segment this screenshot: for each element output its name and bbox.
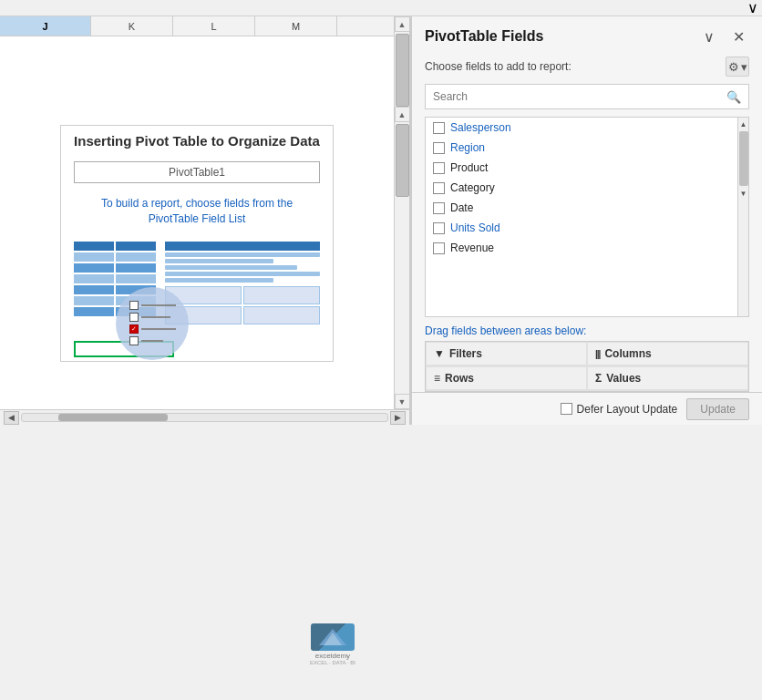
doc-line-2 xyxy=(165,259,273,263)
field-label-revenue: Revenue xyxy=(450,242,494,254)
choose-fields-row: Choose fields to add to report: ⚙ ▾ xyxy=(412,55,762,84)
fields-scroll-up[interactable]: ▲ xyxy=(738,118,749,129)
panel-collapse-button[interactable]: ∨ xyxy=(698,26,720,47)
defer-checkbox[interactable] xyxy=(561,403,572,415)
field-item-salesperson[interactable]: Salesperson xyxy=(426,118,737,138)
field-label-date: Date xyxy=(450,201,473,214)
fields-list-container: Salesperson Region Product Category xyxy=(425,117,749,317)
doc-line-4 xyxy=(165,272,320,276)
h-scroll-left[interactable]: ◀ xyxy=(4,411,19,425)
gear-settings-button[interactable]: ⚙ ▾ xyxy=(726,57,749,77)
columns-label: Columns xyxy=(604,347,651,360)
h-scroll-right[interactable]: ▶ xyxy=(390,411,406,425)
watermark: exceldemy EXCEL · DATA · BI xyxy=(310,623,355,665)
h-scroll-thumb[interactable] xyxy=(58,414,168,421)
sheet-scroll-up[interactable]: ▲ xyxy=(395,107,410,122)
checkbox-checked: ✓ xyxy=(129,324,139,334)
col-header-j[interactable]: J xyxy=(0,16,91,36)
doc-grid-cell-4 xyxy=(243,306,320,324)
search-input[interactable] xyxy=(433,90,726,103)
checklist-illus: ✓ xyxy=(116,287,189,360)
drop-zone-filters[interactable]: ▼ Filters xyxy=(426,342,587,366)
drop-zone-values[interactable]: Σ Values xyxy=(587,366,748,391)
col-header-m[interactable]: M xyxy=(255,16,337,36)
defer-row: Defer Layout Update xyxy=(561,403,678,416)
gear-dropdown-icon: ▾ xyxy=(741,60,747,74)
sheet-scroll-thumb[interactable] xyxy=(396,124,409,197)
field-label-salesperson: Salesperson xyxy=(450,121,511,134)
sheet-scroll-down[interactable]: ▼ xyxy=(395,394,410,409)
fields-scroll-thumb[interactable] xyxy=(739,131,748,186)
excel-area: J K L M ▲ Inserting Pivot Tabl xyxy=(0,16,410,425)
field-item-region[interactable]: Region xyxy=(426,138,737,158)
scroll-down-arrow[interactable]: ∨ xyxy=(747,0,758,16)
field-checkbox-date[interactable] xyxy=(433,202,445,214)
search-icon: 🔍 xyxy=(726,90,741,104)
page-title: Inserting Pivot Table to Organize Data xyxy=(61,126,333,154)
field-label-category: Category xyxy=(450,181,495,194)
sheet-body: Inserting Pivot Table to Organize Data P… xyxy=(0,107,409,409)
drop-zone-filters-header: ▼ Filters xyxy=(427,343,586,365)
panel-close-button[interactable]: ✕ xyxy=(727,26,749,47)
defer-label: Defer Layout Update xyxy=(577,403,678,416)
field-label-units-sold: Units Sold xyxy=(450,221,500,234)
checkbox-unchecked-2 xyxy=(129,313,139,322)
h-scrollbar[interactable]: ◀ ▶ xyxy=(0,409,409,425)
drop-zone-columns[interactable]: ||| Columns xyxy=(587,342,748,366)
rows-label: Rows xyxy=(445,372,474,385)
doc-illus xyxy=(165,242,320,324)
col-header-l[interactable]: L xyxy=(173,16,255,36)
panel-header: PivotTable Fields ∨ ✕ xyxy=(412,16,762,55)
h-scroll-track[interactable] xyxy=(21,413,388,422)
check-line-2 xyxy=(141,316,170,318)
drop-zone-rows[interactable]: ≡ Rows xyxy=(426,366,587,391)
pivot-instruction: To build a report, choose fields from th… xyxy=(61,190,333,232)
filters-label: Filters xyxy=(449,347,482,360)
field-label-region: Region xyxy=(450,141,485,154)
filters-icon: ▼ xyxy=(434,347,445,360)
doc-grid-cell-2 xyxy=(243,286,320,304)
fields-scrollbar[interactable]: ▲ ▼ xyxy=(737,118,748,316)
values-label: Values xyxy=(606,372,641,385)
field-checkbox-revenue[interactable] xyxy=(433,242,445,254)
panel-controls: ∨ ✕ xyxy=(698,26,749,47)
scroll-up-arrow[interactable]: ▲ xyxy=(395,16,410,32)
pivot-panel: PivotTable Fields ∨ ✕ Choose fields to a… xyxy=(410,16,762,425)
watermark-logo xyxy=(311,623,355,651)
field-item-revenue[interactable]: Revenue xyxy=(426,238,737,258)
field-checkbox-region[interactable] xyxy=(433,142,445,154)
doc-line-1 xyxy=(165,252,320,257)
field-item-units-sold[interactable]: Units Sold xyxy=(426,218,737,238)
col-header-k[interactable]: K xyxy=(91,16,173,36)
pivot-illustration: ✓ xyxy=(61,232,333,334)
check-line-3 xyxy=(141,328,176,330)
choose-fields-label: Choose fields to add to report: xyxy=(425,60,572,73)
watermark-brand: exceldemy xyxy=(315,652,350,660)
bottom-bar: Defer Layout Update Update xyxy=(412,392,762,425)
drop-zone-columns-header: ||| Columns xyxy=(588,343,747,365)
rows-icon: ≡ xyxy=(434,372,440,385)
gear-icon: ⚙ xyxy=(728,60,739,74)
fields-scroll-down[interactable]: ▼ xyxy=(738,188,749,199)
field-checkbox-product[interactable] xyxy=(433,162,445,174)
sheet-content: Inserting Pivot Table to Organize Data P… xyxy=(0,107,394,409)
scroll-thumb[interactable] xyxy=(396,34,409,107)
check-line-1 xyxy=(141,304,176,306)
field-checkbox-category[interactable] xyxy=(433,182,445,194)
field-item-category[interactable]: Category xyxy=(426,178,737,198)
field-item-product[interactable]: Product xyxy=(426,158,737,178)
panel-title: PivotTable Fields xyxy=(425,28,543,45)
sheet-v-scrollbar[interactable]: ▲ ▼ xyxy=(394,107,409,409)
v-scrollbar[interactable]: ▲ xyxy=(394,16,409,107)
field-checkbox-salesperson[interactable] xyxy=(433,122,445,134)
drop-zone-rows-header: ≡ Rows xyxy=(427,367,586,390)
update-button[interactable]: Update xyxy=(686,398,749,420)
field-label-product: Product xyxy=(450,161,488,174)
drop-zone-values-header: Σ Values xyxy=(588,367,747,390)
doc-line-3 xyxy=(165,265,297,270)
field-item-date[interactable]: Date xyxy=(426,198,737,218)
check-line-4 xyxy=(141,340,163,342)
watermark-sub: EXCEL · DATA · BI xyxy=(310,660,355,665)
pivot-table-label: PivotTable1 xyxy=(74,161,320,183)
field-checkbox-units-sold[interactable] xyxy=(433,222,445,234)
